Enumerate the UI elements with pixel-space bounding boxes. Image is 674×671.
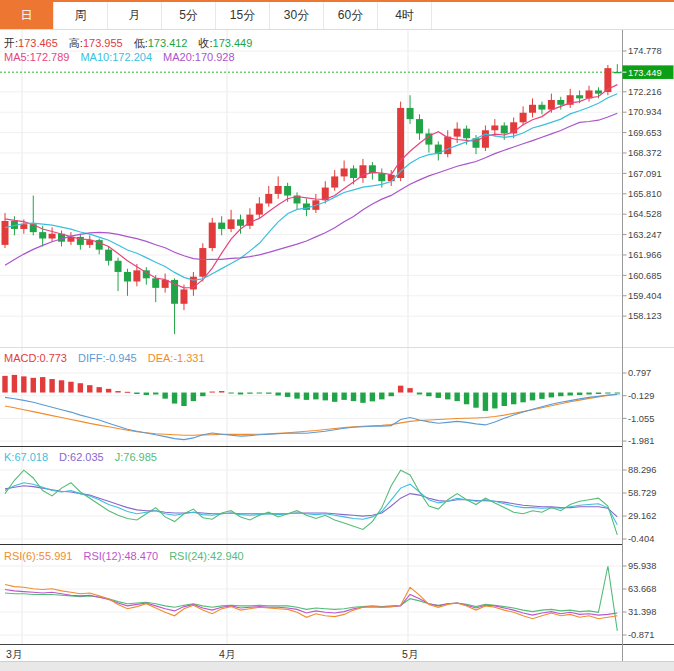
ma-label-0: MA5: [4, 51, 30, 63]
ohlc-label-3: 收: [198, 37, 212, 49]
svg-text:3月: 3月 [6, 648, 22, 660]
ohlc-label-2: 低: [134, 37, 148, 49]
svg-text:164.528: 164.528 [628, 209, 662, 219]
kdj-item-0: K:67.018 [4, 451, 48, 463]
macd-label-2: DEA: [148, 352, 174, 364]
svg-text:5月: 5月 [402, 648, 418, 660]
tab-day[interactable]: 日 [0, 2, 54, 29]
tab-min30[interactable]: 30分 [270, 2, 324, 29]
rsi-label-2: RSI(24): [169, 550, 210, 562]
kdj-layer [5, 470, 617, 535]
svg-text:31.398: 31.398 [628, 607, 656, 617]
ma-value-2: 170.928 [195, 51, 235, 63]
tabbar-filler [432, 2, 674, 29]
tab-min60[interactable]: 60分 [324, 2, 378, 29]
ma-label-2: MA20: [163, 51, 195, 63]
candles-layer [2, 64, 621, 334]
svg-text:168.372: 168.372 [628, 148, 662, 158]
svg-text:170.934: 170.934 [628, 107, 662, 117]
ma-value-1: 172.204 [112, 51, 152, 63]
rsi-value-2: 42.940 [210, 550, 244, 562]
macd-label-0: MACD: [4, 352, 39, 364]
x-axis-labels: 3月4月5月 [6, 648, 418, 660]
ohlc-value-0: 173.465 [18, 37, 58, 49]
svg-text:172.216: 172.216 [628, 87, 662, 97]
macd-readout-row: MACD:0.773DIFF:-0.945DEA:-1.331 [4, 351, 216, 365]
svg-text:29.162: 29.162 [628, 511, 656, 521]
ma-label-1: MA10: [80, 51, 112, 63]
svg-text:-1.981: -1.981 [628, 436, 654, 446]
svg-text:158.123: 158.123 [628, 311, 662, 321]
svg-text:58.729: 58.729 [628, 488, 656, 498]
svg-text:-0.871: -0.871 [628, 630, 654, 640]
trading-chart-app: 日周月5分15分30分60分4时 开:173.465高:173.955低:173… [0, 0, 674, 671]
macd-value-0: 0.773 [39, 352, 67, 364]
ma-item-1: MA10:172.204 [80, 51, 152, 63]
ohlc-label-1: 高: [69, 37, 83, 49]
current-price-tag: 173.449 [623, 65, 674, 79]
svg-text:167.091: 167.091 [628, 169, 662, 179]
kdj-label-1: D: [59, 451, 70, 463]
rsi-item-0: RSI(6):55.991 [4, 550, 73, 562]
ma-item-0: MA5:172.789 [4, 51, 69, 63]
svg-text:169.653: 169.653 [628, 128, 662, 138]
rsi-item-1: RSI(12):48.470 [84, 550, 159, 562]
svg-text:95.938: 95.938 [628, 561, 656, 571]
ohlc-value-1: 173.955 [83, 37, 123, 49]
macd-value-2: -1.331 [173, 352, 204, 364]
macd-item-0: MACD:0.773 [4, 352, 67, 364]
svg-text:165.810: 165.810 [628, 189, 662, 199]
svg-text:173.449: 173.449 [628, 68, 662, 78]
svg-text:160.685: 160.685 [628, 271, 662, 281]
bottom-strip [0, 662, 674, 671]
ohlc-readout-row: 开:173.465高:173.955低:173.412收:173.449 [4, 36, 263, 50]
ohlc-value-3: 173.449 [213, 37, 253, 49]
svg-text:163.247: 163.247 [628, 230, 662, 240]
kdj-value-1: 62.035 [70, 451, 104, 463]
kdj-label-0: K: [4, 451, 14, 463]
tab-hour4[interactable]: 4时 [378, 2, 432, 29]
svg-text:-0.404: -0.404 [628, 534, 654, 544]
ohlc-item-2: 低:173.412 [134, 37, 188, 49]
kdj-value-2: 76.985 [123, 451, 157, 463]
rsi-layer [5, 566, 617, 631]
macd-item-1: DIFF:-0.945 [78, 352, 137, 364]
kdj-readout-row: K:67.018D:62.035J:76.985 [4, 450, 168, 464]
macd-item-2: DEA:-1.331 [148, 352, 205, 364]
kdj-item-1: D:62.035 [59, 451, 104, 463]
ohlc-item-0: 开:173.465 [4, 37, 58, 49]
macd-layer [2, 375, 622, 440]
ohlc-label-0: 开: [4, 37, 18, 49]
ohlc-item-1: 高:173.955 [69, 37, 123, 49]
rsi-item-2: RSI(24):42.940 [169, 550, 244, 562]
rsi-readout-row: RSI(6):55.991RSI(12):48.470RSI(24):42.94… [4, 549, 255, 563]
rsi-label-0: RSI(6): [4, 550, 39, 562]
ohlc-item-3: 收:173.449 [198, 37, 252, 49]
svg-text:0.797: 0.797 [628, 368, 651, 378]
ma-value-0: 172.789 [30, 51, 70, 63]
macd-label-1: DIFF: [78, 352, 106, 364]
tab-min15[interactable]: 15分 [216, 2, 270, 29]
h-gridlines [0, 51, 622, 635]
macd-value-1: -0.945 [105, 352, 136, 364]
ma-item-2: MA20:170.928 [163, 51, 235, 63]
tab-month[interactable]: 月 [108, 2, 162, 29]
svg-text:161.966: 161.966 [628, 250, 662, 260]
chart-canvas[interactable]: 174.778172.216170.934169.653168.372167.0… [0, 0, 674, 671]
svg-text:4月: 4月 [219, 648, 235, 660]
rsi-label-1: RSI(12): [84, 550, 125, 562]
svg-text:-1.055: -1.055 [628, 414, 654, 424]
svg-text:-0.129: -0.129 [628, 391, 654, 401]
svg-text:88.296: 88.296 [628, 465, 656, 475]
tab-week[interactable]: 周 [54, 2, 108, 29]
rsi-value-0: 55.991 [39, 550, 73, 562]
kdj-label-2: J: [115, 451, 124, 463]
tab-min5[interactable]: 5分 [162, 2, 216, 29]
right-axis: 174.778172.216170.934169.653168.372167.0… [623, 30, 662, 661]
svg-text:174.778: 174.778 [628, 46, 662, 56]
rsi-value-1: 48.470 [124, 550, 158, 562]
svg-text:63.668: 63.668 [628, 584, 656, 594]
kdj-item-2: J:76.985 [115, 451, 157, 463]
ma-readout-row: MA5:172.789MA10:172.204MA20:170.928 [4, 50, 246, 64]
ohlc-value-2: 173.412 [148, 37, 188, 49]
